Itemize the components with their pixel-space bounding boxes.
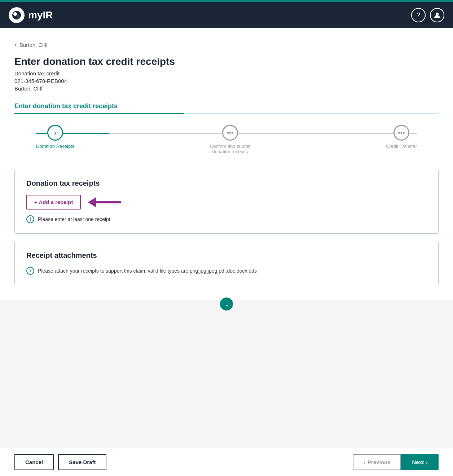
stepper: › Donation Receipts ••• Confirm and subm… xyxy=(14,125,439,154)
donation-receipts-card: Donation tax receipts + Add a receipt i … xyxy=(14,169,439,234)
step-1-label: Donation Receipts xyxy=(36,144,74,149)
svg-point-3 xyxy=(436,13,439,16)
bottom-right-actions: ‹ Previous Next › xyxy=(353,454,439,470)
previous-label: Previous xyxy=(368,459,390,465)
step-2: ••• Confirm and submit donation receipts xyxy=(207,125,254,154)
add-receipt-row: + Add a receipt xyxy=(26,195,427,210)
attachments-card-title: Receipt attachments xyxy=(26,251,427,260)
breadcrumb[interactable]: ‹ Burton, Cliff xyxy=(14,35,439,56)
page-subtitle: Donation tax credit xyxy=(14,70,439,76)
step-2-label: Confirm and submit donation receipts xyxy=(207,144,254,154)
logo: i myIR xyxy=(9,7,53,23)
scroll-down-indicator[interactable]: ⌄ xyxy=(220,298,233,310)
bottom-left-actions: Cancel Save Draft xyxy=(14,454,106,470)
step-2-circle: ••• xyxy=(222,125,238,141)
section-heading: Enter donation tax credit receipts xyxy=(14,102,439,114)
breadcrumb-arrow-icon: ‹ xyxy=(14,41,17,49)
page-user: Burton, Cliff xyxy=(14,85,439,92)
next-label: Next xyxy=(412,459,424,465)
svg-text:i: i xyxy=(17,14,18,19)
bottom-bar: Cancel Save Draft ‹ Previous Next › xyxy=(0,448,453,476)
step-3-label: Credit Transfer xyxy=(386,144,417,149)
cancel-button[interactable]: Cancel xyxy=(14,454,54,470)
arrow-body xyxy=(96,201,121,203)
receipt-info-message: i Please enter at least one receipt xyxy=(26,215,427,223)
main-wrapper: ‹ Burton, Cliff Enter donation tax credi… xyxy=(0,28,453,336)
step-3: ••• Credit Transfer xyxy=(386,125,417,149)
next-arrow-icon: › xyxy=(426,459,428,465)
save-draft-button[interactable]: Save Draft xyxy=(58,454,106,470)
next-button[interactable]: Next › xyxy=(401,454,439,470)
breadcrumb-label: Burton, Cliff xyxy=(19,42,48,48)
receipt-info-text: Please enter at least one receipt xyxy=(38,216,110,222)
add-receipt-button[interactable]: + Add a receipt xyxy=(26,195,81,210)
logo-text: myIR xyxy=(28,9,53,21)
step-3-circle: ••• xyxy=(393,125,409,141)
header-actions: ? xyxy=(411,8,444,22)
prev-arrow-icon: ‹ xyxy=(364,459,365,465)
step-1: › Donation Receipts xyxy=(36,125,74,149)
attachments-info-text: Please attach your receipts to support t… xyxy=(38,268,257,274)
attachments-info-message: i Please attach your receipts to support… xyxy=(26,267,427,275)
user-button[interactable] xyxy=(430,8,444,22)
donation-card-title: Donation tax receipts xyxy=(26,179,427,188)
page-title: Enter donation tax credit receipts xyxy=(14,56,439,67)
arrow-head-icon xyxy=(88,197,96,207)
arrow-annotation xyxy=(88,197,121,207)
receipt-attachments-card: Receipt attachments i Please attach your… xyxy=(14,241,439,285)
previous-button[interactable]: ‹ Previous xyxy=(353,454,401,470)
step-1-circle: › xyxy=(47,125,63,141)
page-id: 021-345-678-REB004 xyxy=(14,78,439,84)
content-area: ‹ Burton, Cliff Enter donation tax credi… xyxy=(0,28,453,300)
info-icon: i xyxy=(26,215,34,223)
help-button[interactable]: ? xyxy=(411,8,426,22)
attachments-info-icon: i xyxy=(26,267,34,275)
svg-point-1 xyxy=(13,12,17,16)
logo-icon: i xyxy=(9,7,25,23)
header: i myIR ? xyxy=(0,2,453,28)
